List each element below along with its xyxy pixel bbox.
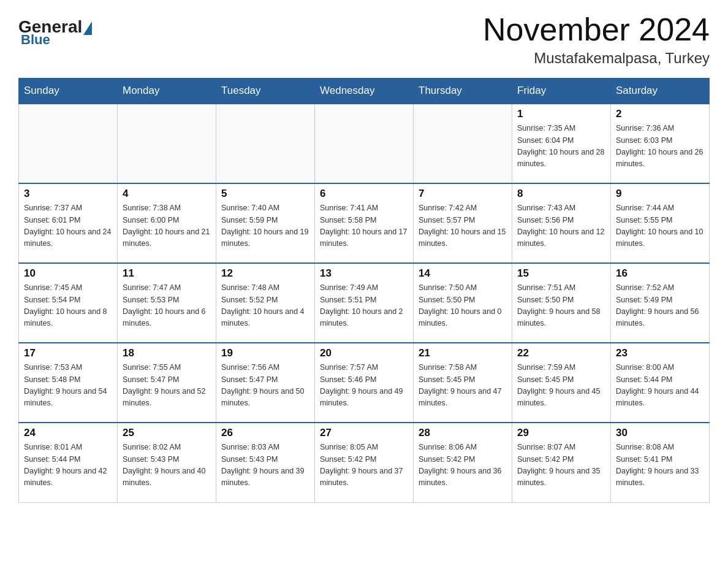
calendar-header-sunday: Sunday: [19, 79, 118, 104]
calendar-cell: 12Sunrise: 7:48 AMSunset: 5:52 PMDayligh…: [216, 263, 315, 343]
day-info: Sunrise: 8:00 AMSunset: 5:44 PMDaylight:…: [616, 362, 704, 410]
calendar-cell: 14Sunrise: 7:50 AMSunset: 5:50 PMDayligh…: [414, 263, 512, 343]
day-info: Sunrise: 8:01 AMSunset: 5:44 PMDaylight:…: [24, 442, 112, 489]
calendar-cell: 15Sunrise: 7:51 AMSunset: 5:50 PMDayligh…: [512, 263, 611, 343]
day-info: Sunrise: 7:42 AMSunset: 5:57 PMDaylight:…: [419, 202, 507, 250]
calendar-cell: 28Sunrise: 8:06 AMSunset: 5:42 PMDayligh…: [414, 423, 512, 502]
calendar-cell: 20Sunrise: 7:57 AMSunset: 5:46 PMDayligh…: [315, 343, 414, 423]
calendar-week-row: 3Sunrise: 7:37 AMSunset: 6:01 PMDaylight…: [19, 183, 710, 263]
day-number: 25: [123, 427, 211, 439]
day-info: Sunrise: 7:43 AMSunset: 5:56 PMDaylight:…: [517, 202, 605, 250]
day-number: 1: [517, 108, 605, 120]
day-number: 20: [320, 347, 408, 359]
calendar-cell: [216, 104, 315, 183]
day-number: 9: [616, 188, 704, 200]
title-area: November 2024 Mustafakemalpasa, Turkey: [483, 12, 710, 67]
day-number: 23: [616, 347, 704, 359]
calendar-cell: [118, 104, 216, 183]
calendar-cell: 9Sunrise: 7:44 AMSunset: 5:55 PMDaylight…: [611, 183, 710, 263]
day-info: Sunrise: 7:47 AMSunset: 5:53 PMDaylight:…: [123, 282, 211, 330]
calendar-header-tuesday: Tuesday: [216, 79, 315, 104]
day-info: Sunrise: 7:45 AMSunset: 5:54 PMDaylight:…: [24, 282, 112, 330]
calendar-cell: 13Sunrise: 7:49 AMSunset: 5:51 PMDayligh…: [315, 263, 414, 343]
day-number: 14: [419, 267, 507, 280]
calendar-cell: 21Sunrise: 7:58 AMSunset: 5:45 PMDayligh…: [414, 343, 512, 423]
calendar-cell: 17Sunrise: 7:53 AMSunset: 5:48 PMDayligh…: [19, 343, 118, 423]
calendar-header-saturday: Saturday: [611, 79, 710, 104]
day-number: 10: [24, 267, 112, 280]
day-info: Sunrise: 8:08 AMSunset: 5:41 PMDaylight:…: [616, 442, 704, 489]
logo-triangle-icon: [83, 21, 92, 35]
calendar-cell: 19Sunrise: 7:56 AMSunset: 5:47 PMDayligh…: [216, 343, 315, 423]
day-info: Sunrise: 7:55 AMSunset: 5:47 PMDaylight:…: [123, 362, 211, 410]
day-info: Sunrise: 7:56 AMSunset: 5:47 PMDaylight:…: [221, 362, 309, 410]
day-number: 2: [616, 108, 704, 120]
day-info: Sunrise: 7:49 AMSunset: 5:51 PMDaylight:…: [320, 282, 408, 330]
day-info: Sunrise: 8:03 AMSunset: 5:43 PMDaylight:…: [221, 442, 309, 489]
calendar-week-row: 1Sunrise: 7:35 AMSunset: 6:04 PMDaylight…: [19, 104, 710, 183]
day-info: Sunrise: 7:58 AMSunset: 5:45 PMDaylight:…: [419, 362, 507, 410]
day-info: Sunrise: 7:51 AMSunset: 5:50 PMDaylight:…: [517, 282, 605, 330]
calendar-header-wednesday: Wednesday: [315, 79, 414, 104]
calendar-cell: 10Sunrise: 7:45 AMSunset: 5:54 PMDayligh…: [19, 263, 118, 343]
day-info: Sunrise: 8:06 AMSunset: 5:42 PMDaylight:…: [419, 442, 507, 489]
calendar-cell: 22Sunrise: 7:59 AMSunset: 5:45 PMDayligh…: [512, 343, 611, 423]
day-number: 13: [320, 267, 408, 280]
calendar-cell: 11Sunrise: 7:47 AMSunset: 5:53 PMDayligh…: [118, 263, 216, 343]
day-number: 17: [24, 347, 112, 359]
day-info: Sunrise: 7:53 AMSunset: 5:48 PMDaylight:…: [24, 362, 112, 410]
day-info: Sunrise: 7:40 AMSunset: 5:59 PMDaylight:…: [221, 202, 309, 250]
day-number: 30: [616, 427, 704, 439]
logo: General Blue: [18, 18, 92, 48]
calendar-table: SundayMondayTuesdayWednesdayThursdayFrid…: [18, 78, 710, 503]
day-info: Sunrise: 7:57 AMSunset: 5:46 PMDaylight:…: [320, 362, 408, 410]
calendar-cell: 8Sunrise: 7:43 AMSunset: 5:56 PMDaylight…: [512, 183, 611, 263]
day-number: 6: [320, 188, 408, 200]
calendar-cell: 3Sunrise: 7:37 AMSunset: 6:01 PMDaylight…: [19, 183, 118, 263]
calendar-cell: 16Sunrise: 7:52 AMSunset: 5:49 PMDayligh…: [611, 263, 710, 343]
calendar-header-row: SundayMondayTuesdayWednesdayThursdayFrid…: [19, 79, 710, 104]
day-number: 27: [320, 427, 408, 439]
day-info: Sunrise: 7:52 AMSunset: 5:49 PMDaylight:…: [616, 282, 704, 330]
calendar-header-monday: Monday: [118, 79, 216, 104]
day-info: Sunrise: 7:37 AMSunset: 6:01 PMDaylight:…: [24, 202, 112, 250]
calendar-cell: 4Sunrise: 7:38 AMSunset: 6:00 PMDaylight…: [118, 183, 216, 263]
page-header: General Blue November 2024 Mustafakemalp…: [18, 12, 710, 67]
day-number: 24: [24, 427, 112, 439]
day-number: 4: [123, 188, 211, 200]
calendar-cell: [19, 104, 118, 183]
day-info: Sunrise: 7:41 AMSunset: 5:58 PMDaylight:…: [320, 202, 408, 250]
day-number: 18: [123, 347, 211, 359]
day-number: 28: [419, 427, 507, 439]
day-info: Sunrise: 7:50 AMSunset: 5:50 PMDaylight:…: [419, 282, 507, 330]
calendar-cell: 26Sunrise: 8:03 AMSunset: 5:43 PMDayligh…: [216, 423, 315, 502]
day-number: 5: [221, 188, 309, 200]
day-number: 7: [419, 188, 507, 200]
calendar-week-row: 10Sunrise: 7:45 AMSunset: 5:54 PMDayligh…: [19, 263, 710, 343]
day-number: 15: [517, 267, 605, 280]
calendar-cell: 6Sunrise: 7:41 AMSunset: 5:58 PMDaylight…: [315, 183, 414, 263]
day-info: Sunrise: 7:48 AMSunset: 5:52 PMDaylight:…: [221, 282, 309, 330]
day-number: 11: [123, 267, 211, 280]
calendar-cell: [315, 104, 414, 183]
calendar-cell: 30Sunrise: 8:08 AMSunset: 5:41 PMDayligh…: [611, 423, 710, 502]
day-number: 8: [517, 188, 605, 200]
calendar-cell: 29Sunrise: 8:07 AMSunset: 5:42 PMDayligh…: [512, 423, 611, 502]
calendar-cell: 5Sunrise: 7:40 AMSunset: 5:59 PMDaylight…: [216, 183, 315, 263]
day-info: Sunrise: 8:07 AMSunset: 5:42 PMDaylight:…: [517, 442, 605, 489]
calendar-cell: 7Sunrise: 7:42 AMSunset: 5:57 PMDaylight…: [414, 183, 512, 263]
calendar-cell: 2Sunrise: 7:36 AMSunset: 6:03 PMDaylight…: [611, 104, 710, 183]
logo-blue-text: Blue: [21, 32, 50, 48]
calendar-cell: [414, 104, 512, 183]
calendar-cell: 24Sunrise: 8:01 AMSunset: 5:44 PMDayligh…: [19, 423, 118, 502]
day-info: Sunrise: 8:05 AMSunset: 5:42 PMDaylight:…: [320, 442, 408, 489]
calendar-week-row: 17Sunrise: 7:53 AMSunset: 5:48 PMDayligh…: [19, 343, 710, 423]
day-number: 22: [517, 347, 605, 359]
day-info: Sunrise: 7:59 AMSunset: 5:45 PMDaylight:…: [517, 362, 605, 410]
month-title: November 2024: [483, 12, 710, 47]
day-number: 16: [616, 267, 704, 280]
day-number: 19: [221, 347, 309, 359]
location-text: Mustafakemalpasa, Turkey: [483, 50, 710, 67]
day-number: 21: [419, 347, 507, 359]
day-info: Sunrise: 7:38 AMSunset: 6:00 PMDaylight:…: [123, 202, 211, 250]
